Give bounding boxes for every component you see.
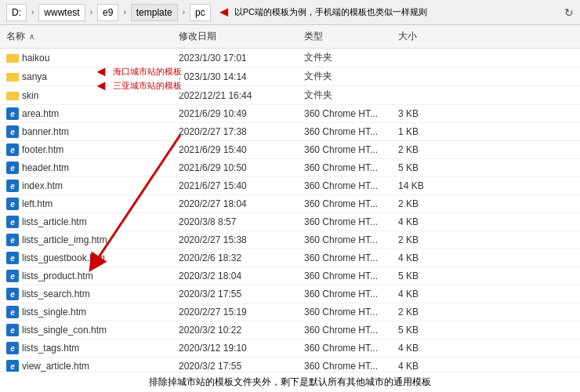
file-type-cell: 文件夹 (298, 49, 392, 67)
file-name-cell: banner.htm (0, 123, 172, 140)
file-name-cell: haikou (0, 49, 172, 67)
breadcrumb-d[interactable]: D: (6, 4, 27, 21)
file-size-cell: 4 KB (392, 249, 455, 267)
htm-icon (6, 143, 19, 156)
file-date-cell: 2020/2/6 18:32 (172, 249, 298, 267)
file-name-label: lists_single_con.htm (22, 325, 107, 336)
file-type-cell: 360 Chrome HT... (298, 159, 392, 176)
file-size-cell: 14 KB (392, 177, 455, 194)
file-size-cell: 1 KB (392, 123, 455, 140)
file-name-label: index.htm (22, 180, 63, 191)
table-row[interactable]: lists_single.htm2020/2/27 15:19360 Chrom… (0, 303, 580, 321)
table-row[interactable]: left.htm2020/2/27 18:04360 Chrome HT...2… (0, 195, 580, 213)
file-name-label: lists_guestbook.htm (22, 252, 105, 263)
table-row[interactable]: banner.htm2020/2/27 17:38360 Chrome HT..… (0, 123, 580, 141)
file-type-cell: 360 Chrome HT... (298, 321, 392, 339)
file-name-label: left.htm (22, 198, 53, 209)
file-size-cell: 2 KB (392, 195, 455, 212)
file-type-cell: 360 Chrome HT... (298, 105, 392, 122)
htm-icon (6, 342, 19, 354)
file-name-cell: lists_guestbook.htm (0, 249, 172, 267)
file-name-cell: lists_single.htm (0, 303, 172, 321)
file-name-cell: lists_tags.htm (0, 339, 172, 357)
htm-icon (6, 107, 19, 120)
breadcrumb-wwwtest[interactable]: wwwtest (38, 4, 85, 21)
file-size-cell: 5 KB (392, 159, 455, 176)
table-row[interactable]: sanya2023/1/30 14:14文件夹 (0, 67, 580, 86)
file-name-label: area.htm (22, 108, 59, 119)
file-date-cell: 2020/3/8 8:57 (172, 213, 298, 230)
htm-icon (6, 270, 19, 282)
file-date-cell: 2020/3/12 19:10 (172, 339, 298, 357)
table-row[interactable]: lists_guestbook.htm2020/2/6 18:32360 Chr… (0, 249, 580, 267)
breadcrumb-pc[interactable]: pc (190, 4, 211, 21)
table-row[interactable]: footer.htm2021/6/29 15:40360 Chrome HT..… (0, 141, 580, 159)
file-name-label: lists_article.htm (22, 216, 87, 227)
table-row[interactable]: lists_search.htm2020/3/2 17:55360 Chrome… (0, 285, 580, 303)
table-row[interactable]: lists_article_img.htm2020/2/27 15:38360 … (0, 231, 580, 249)
table-row[interactable]: lists_product.htm2020/3/2 18:04360 Chrom… (0, 267, 580, 285)
file-type-cell: 360 Chrome HT... (298, 141, 392, 158)
file-name-cell: lists_article_img.htm (0, 231, 172, 249)
file-type-cell: 360 Chrome HT... (298, 285, 392, 303)
table-row[interactable]: lists_article.htm2020/3/8 8:57360 Chrome… (0, 213, 580, 231)
file-type-cell: 文件夹 (298, 86, 392, 104)
file-date-cell: 2021/6/29 15:40 (172, 141, 298, 158)
file-date-cell: 2023/1/30 17:01 (172, 49, 298, 67)
file-size-cell: 5 KB (392, 267, 455, 285)
file-name-label: lists_tags.htm (22, 343, 79, 354)
bottom-annotation: 排除掉城市站的模板文件夹外，剩下是默认所有其他城市的通用模板 (0, 372, 580, 392)
table-row[interactable]: lists_single_con.htm2020/3/2 10:22360 Ch… (0, 321, 580, 339)
file-name-cell: index.htm (0, 177, 172, 194)
breadcrumb-sep-2: › (90, 8, 92, 16)
file-type-cell: 360 Chrome HT... (298, 177, 392, 194)
table-row[interactable]: index.htm2021/6/27 15:40360 Chrome HT...… (0, 177, 580, 195)
htm-icon (6, 162, 19, 174)
table-row[interactable]: haikou2023/1/30 17:01文件夹 (0, 49, 580, 67)
file-name-cell: header.htm (0, 159, 172, 176)
breadcrumb-template[interactable]: template (131, 4, 178, 21)
table-row[interactable]: lists_tags.htm2020/3/12 19:10360 Chrome … (0, 339, 580, 358)
file-date-cell: 2020/2/27 17:38 (172, 123, 298, 140)
table-row[interactable]: header.htm2021/6/29 10:50360 Chrome HT..… (0, 159, 580, 177)
file-date-cell: 2020/2/27 15:38 (172, 231, 298, 249)
main-area: 名称 ∧ 修改日期 类型 大小 haikou2023/1/30 17:01文件夹… (0, 25, 580, 392)
file-name-cell: lists_single_con.htm (0, 321, 172, 339)
file-size-cell: 4 KB (392, 285, 455, 303)
file-name-label: lists_article_img.htm (22, 234, 107, 245)
refresh-button[interactable]: ↻ (564, 6, 574, 19)
file-date-cell: 2023/1/30 14:14 (172, 67, 298, 85)
file-size-cell (392, 86, 455, 104)
breadcrumb-e9[interactable]: e9 (97, 4, 118, 21)
file-name-label: banner.htm (22, 126, 69, 137)
file-list: 名称 ∧ 修改日期 类型 大小 haikou2023/1/30 17:01文件夹… (0, 25, 580, 392)
file-date-cell: 2020/3/2 17:55 (172, 285, 298, 303)
window: D: › wwwtest › e9 › template › pc ◄ 以PC端… (0, 0, 580, 392)
address-annotation: 以PC端的模板为例，手机端的模板也类似一样规则 (234, 6, 427, 18)
file-size-cell: 2 KB (392, 141, 455, 158)
htm-icon (6, 360, 19, 372)
file-type-cell: 文件夹 (298, 67, 392, 85)
file-date-cell: 2020/2/27 18:04 (172, 195, 298, 212)
file-type-cell: 360 Chrome HT... (298, 267, 392, 285)
breadcrumb-sep-3: › (123, 8, 125, 16)
file-size-cell (392, 49, 455, 67)
htm-icon (6, 324, 19, 336)
file-type-cell: 360 Chrome HT... (298, 231, 392, 249)
table-row[interactable]: skin2022/12/21 16:44文件夹 (0, 86, 580, 105)
file-size-cell (392, 67, 455, 85)
col-header-name[interactable]: 名称 ∧ (0, 28, 172, 45)
content-wrapper: 名称 ∧ 修改日期 类型 大小 haikou2023/1/30 17:01文件夹… (0, 25, 580, 392)
file-size-cell: 3 KB (392, 105, 455, 122)
table-row[interactable]: area.htm2021/6/29 10:49360 Chrome HT...3… (0, 105, 580, 123)
file-type-cell: 360 Chrome HT... (298, 123, 392, 140)
file-name-cell: lists_article.htm (0, 213, 172, 230)
file-date-cell: 2020/2/27 15:19 (172, 303, 298, 321)
file-name-cell: lists_product.htm (0, 267, 172, 285)
htm-icon (6, 180, 19, 192)
file-name-cell: sanya (0, 67, 172, 85)
file-name-label: footer.htm (22, 144, 63, 155)
file-type-cell: 360 Chrome HT... (298, 249, 392, 267)
file-date-cell: 2022/12/21 16:44 (172, 86, 298, 104)
breadcrumb-sep-4: › (183, 8, 185, 16)
